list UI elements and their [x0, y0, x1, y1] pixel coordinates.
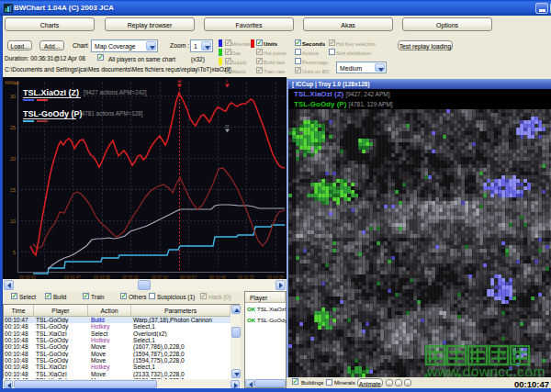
svg-text:%Map: %Map — [5, 80, 19, 85]
svg-text:13: 13 — [177, 79, 182, 84]
svg-text:[4781 actions APM=128]: [4781 actions APM=128] — [80, 110, 143, 118]
svg-text:[9427 actions APM=242]: [9427 actions APM=242] — [84, 89, 147, 96]
svg-text:5: 5 — [13, 250, 16, 255]
svg-text:10: 10 — [10, 218, 16, 224]
svg-text:22: 22 — [225, 124, 230, 129]
svg-text:15: 15 — [10, 187, 16, 193]
svg-text:25: 25 — [10, 125, 16, 130]
svg-text:1: 1 — [226, 79, 229, 84]
svg-text:TSL-GoOdy (P): TSL-GoOdy (P) — [23, 109, 83, 118]
svg-text:20: 20 — [10, 156, 16, 162]
svg-text:www.downcc.com: www.downcc.com — [426, 364, 545, 377]
svg-text:TSL.XiaOzI (Z): TSL.XiaOzI (Z) — [23, 88, 79, 97]
svg-text:30: 30 — [10, 94, 16, 99]
